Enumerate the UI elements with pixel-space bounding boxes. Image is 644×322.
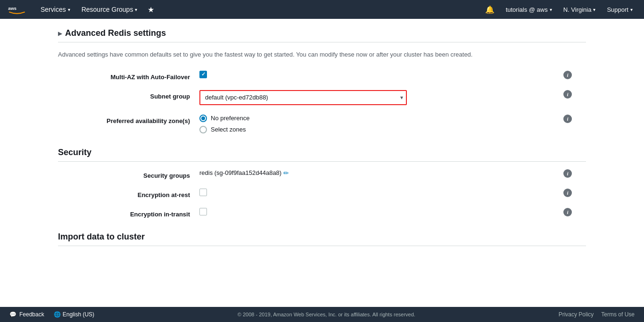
encryption-rest-row: Encryption at-rest i	[58, 189, 586, 198]
encryption-rest-label: Encryption at-rest	[67, 189, 199, 198]
services-label: Services	[41, 6, 66, 13]
resource-groups-chevron-icon: ▾	[135, 7, 137, 12]
collapse-icon[interactable]: ▶	[58, 30, 62, 37]
encryption-rest-info-icon[interactable]: i	[563, 189, 572, 197]
preferred-zone-control: No preference Select zones i	[199, 115, 577, 133]
feedback-icon: 💬	[9, 311, 17, 318]
encryption-transit-label: Encryption in-transit	[67, 208, 199, 218]
advanced-section-description: Advanced settings have common defaults s…	[58, 50, 586, 59]
encryption-rest-info-wrapper: i	[563, 189, 577, 197]
preferred-zone-row: Preferred availability zone(s) No prefer…	[58, 115, 586, 133]
user-label: tutorials @ aws	[506, 6, 548, 13]
multi-az-label: Multi-AZ with Auto-Failover	[67, 71, 199, 81]
encryption-rest-inner	[199, 189, 559, 196]
feedback-button[interactable]: 💬 Feedback	[9, 311, 44, 318]
notifications-icon[interactable]: 🔔	[481, 3, 498, 16]
encryption-transit-control: i	[199, 208, 577, 216]
nav-right: 🔔 tutorials @ aws ▾ N. Virginia ▾ Suppor…	[481, 3, 636, 16]
region-label: N. Virginia	[563, 6, 592, 13]
security-groups-value: redis (sg-09f9faa152d44a8a8)	[199, 169, 281, 176]
multi-az-checkbox[interactable]	[199, 71, 207, 78]
subnet-group-row: Subnet group default (vpc-ed72db88) ▾ i	[58, 90, 586, 105]
favorites-icon[interactable]: ★	[144, 2, 158, 17]
encryption-transit-row: Encryption in-transit i	[58, 208, 586, 218]
language-label: English (US)	[63, 311, 94, 318]
language-selector[interactable]: 🌐 English (US)	[54, 311, 94, 318]
select-zones-radio-item[interactable]: Select zones	[199, 126, 249, 133]
no-preference-radio-item[interactable]: No preference	[199, 115, 249, 122]
edit-icon[interactable]: ✏	[283, 169, 289, 177]
services-chevron-icon: ▾	[68, 7, 70, 12]
region-chevron-icon: ▾	[593, 7, 595, 12]
resource-groups-label: Resource Groups	[82, 6, 133, 13]
preferred-zone-inner: No preference Select zones	[199, 115, 559, 133]
security-groups-info-icon[interactable]: i	[563, 169, 572, 178]
import-divider	[58, 246, 586, 246]
services-nav-item[interactable]: Services ▾	[36, 3, 75, 16]
subnet-group-control: default (vpc-ed72db88) ▾ i	[199, 90, 577, 105]
footer-right: Privacy Policy Terms of Use	[559, 311, 635, 318]
select-zones-radio[interactable]	[199, 126, 207, 133]
subnet-group-select-wrapper: default (vpc-ed72db88) ▾	[199, 90, 407, 105]
security-section: Security Security groups redis (sg-09f9f…	[58, 148, 586, 218]
footer: 💬 Feedback 🌐 English (US) © 2008 - 2019,…	[0, 307, 644, 322]
subnet-group-select[interactable]: default (vpc-ed72db88)	[199, 90, 407, 105]
preferred-zone-info-icon[interactable]: i	[563, 115, 572, 123]
encryption-rest-control: i	[199, 189, 577, 197]
content-area: ▶ Advanced Redis settings Advanced setti…	[39, 19, 605, 263]
advanced-section-divider	[58, 42, 586, 42]
encryption-transit-inner	[199, 208, 559, 215]
footer-left: 💬 Feedback 🌐 English (US)	[9, 311, 94, 318]
encryption-transit-checkbox[interactable]	[199, 208, 207, 215]
top-navigation: aws Services ▾ Resource Groups ▾ ★ 🔔 tut…	[0, 0, 644, 19]
region-menu[interactable]: N. Virginia ▾	[560, 4, 600, 15]
preferred-zone-label: Preferred availability zone(s)	[67, 115, 199, 124]
globe-icon: 🌐	[54, 311, 61, 318]
no-preference-label: No preference	[211, 115, 249, 122]
multi-az-row: Multi-AZ with Auto-Failover i	[58, 71, 586, 81]
security-groups-inner: redis (sg-09f9faa152d44a8a8) ✏	[199, 169, 559, 177]
support-chevron-icon: ▾	[630, 7, 633, 12]
security-groups-info-wrapper: i	[563, 169, 577, 178]
encryption-transit-info-icon[interactable]: i	[563, 208, 572, 216]
advanced-section-title: Advanced Redis settings	[65, 28, 166, 38]
aws-logo[interactable]: aws	[8, 3, 26, 16]
radio-group: No preference Select zones	[199, 115, 249, 133]
select-zones-label: Select zones	[211, 126, 246, 133]
security-title: Security	[58, 148, 586, 157]
user-menu[interactable]: tutorials @ aws ▾	[502, 4, 556, 15]
multi-az-info-wrapper: i	[563, 71, 577, 79]
subnet-group-info-wrapper: i	[563, 90, 577, 99]
privacy-policy-link[interactable]: Privacy Policy	[559, 311, 594, 318]
support-menu[interactable]: Support ▾	[603, 4, 636, 15]
security-divider	[58, 161, 586, 162]
encryption-rest-checkbox[interactable]	[199, 189, 207, 196]
preferred-zone-info-wrapper: i	[563, 115, 577, 123]
subnet-group-info-icon[interactable]: i	[563, 90, 572, 99]
user-chevron-icon: ▾	[550, 7, 552, 12]
multi-az-info-icon[interactable]: i	[563, 71, 572, 79]
subnet-group-label: Subnet group	[67, 90, 199, 100]
multi-az-control: i	[199, 71, 577, 79]
multi-az-inner	[199, 71, 559, 78]
security-groups-control: redis (sg-09f9faa152d44a8a8) ✏ i	[199, 169, 577, 178]
security-groups-row: Security groups redis (sg-09f9faa152d44a…	[58, 169, 586, 179]
import-title: Import data to cluster	[58, 232, 586, 242]
footer-copyright: © 2008 - 2019, Amazon Web Services, Inc.…	[94, 312, 559, 317]
main-content: ▶ Advanced Redis settings Advanced setti…	[0, 19, 644, 307]
security-groups-label: Security groups	[67, 169, 199, 179]
no-preference-radio[interactable]	[199, 115, 207, 122]
nav-items: Services ▾ Resource Groups ▾ ★	[36, 2, 481, 17]
feedback-label: Feedback	[19, 311, 44, 318]
import-section: Import data to cluster	[58, 232, 586, 246]
svg-text:aws: aws	[8, 6, 17, 11]
subnet-group-inner: default (vpc-ed72db88) ▾	[199, 90, 559, 105]
support-label: Support	[607, 6, 628, 13]
resource-groups-nav-item[interactable]: Resource Groups ▾	[77, 3, 142, 16]
terms-of-use-link[interactable]: Terms of Use	[601, 311, 635, 318]
advanced-section-header: ▶ Advanced Redis settings	[58, 28, 586, 38]
encryption-transit-info-wrapper: i	[563, 208, 577, 216]
